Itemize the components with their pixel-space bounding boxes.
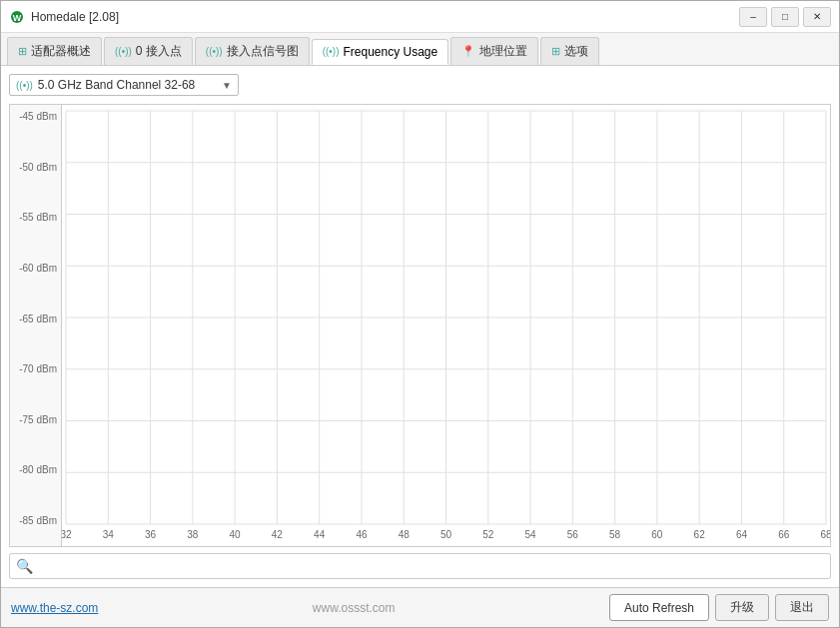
close-button[interactable]: ✕ — [803, 7, 831, 27]
tab-frequency[interactable]: ((•)) Frequency Usage — [312, 39, 449, 65]
tab-access-points[interactable]: ((•)) 0 接入点 — [104, 37, 193, 65]
tab-geo-icon: 📍 — [461, 45, 475, 58]
svg-text:64: 64 — [736, 529, 748, 540]
y-axis: -45 dBm -50 dBm -55 dBm -60 dBm -65 dBm … — [10, 105, 62, 546]
minimize-button[interactable]: – — [739, 7, 767, 27]
svg-text:34: 34 — [103, 529, 115, 540]
y-label-1: -50 dBm — [14, 162, 57, 173]
svg-text:42: 42 — [272, 529, 284, 540]
chart-svg: 32343638404244464850525456586062646668 — [62, 105, 830, 546]
tab-signal[interactable]: ((•)) 接入点信号图 — [195, 37, 310, 65]
svg-text:46: 46 — [356, 529, 368, 540]
y-label-8: -85 dBm — [14, 515, 57, 526]
tab-adapter[interactable]: ⊞ 适配器概述 — [7, 37, 102, 65]
tab-freq-icon: ((•)) — [323, 46, 340, 57]
main-window: W Homedale [2.08] – □ ✕ ⊞ 适配器概述 ((•)) 0 … — [0, 0, 840, 628]
upgrade-button[interactable]: 升级 — [715, 594, 769, 621]
y-label-0: -45 dBm — [14, 111, 57, 122]
y-label-5: -70 dBm — [14, 363, 57, 374]
svg-text:W: W — [13, 13, 22, 23]
search-input[interactable] — [37, 559, 824, 573]
svg-text:60: 60 — [651, 529, 663, 540]
y-label-7: -80 dBm — [14, 464, 57, 475]
y-label-6: -75 dBm — [14, 414, 57, 425]
band-dropdown[interactable]: ((•)) 5.0 GHz Band Channel 32-68 ▼ — [9, 74, 239, 96]
exit-button[interactable]: 退出 — [775, 594, 829, 621]
search-bar: 🔍 — [9, 553, 831, 579]
svg-text:32: 32 — [62, 529, 72, 540]
footer: www.the-sz.com www.ossst.com Auto Refres… — [1, 587, 839, 627]
svg-text:40: 40 — [230, 529, 242, 540]
footer-link[interactable]: www.the-sz.com — [11, 601, 98, 615]
tab-adapter-icon: ⊞ — [18, 45, 27, 58]
tab-signal-label: 接入点信号图 — [227, 43, 299, 60]
dropdown-left: ((•)) 5.0 GHz Band Channel 32-68 — [16, 78, 195, 92]
window-title: Homedale [2.08] — [31, 10, 119, 24]
tab-ap-label: 0 接入点 — [136, 43, 182, 60]
footer-buttons: Auto Refresh 升级 退出 — [609, 594, 829, 621]
svg-text:44: 44 — [314, 529, 326, 540]
tab-ap-icon: ((•)) — [115, 46, 132, 57]
y-label-2: -55 dBm — [14, 212, 57, 223]
title-bar-controls: – □ ✕ — [739, 7, 831, 27]
y-label-3: -60 dBm — [14, 263, 57, 274]
svg-text:52: 52 — [482, 529, 494, 540]
svg-text:50: 50 — [440, 529, 452, 540]
svg-text:68: 68 — [820, 529, 830, 540]
tab-geo-label: 地理位置 — [479, 43, 527, 60]
dropdown-row: ((•)) 5.0 GHz Band Channel 32-68 ▼ — [9, 74, 831, 96]
chevron-down-icon: ▼ — [222, 80, 232, 91]
chart-container: -45 dBm -50 dBm -55 dBm -60 dBm -65 dBm … — [9, 104, 831, 547]
tab-adapter-label: 适配器概述 — [31, 43, 91, 60]
title-bar: W Homedale [2.08] – □ ✕ — [1, 1, 839, 33]
tab-options-label: 选项 — [564, 43, 588, 60]
auto-refresh-button[interactable]: Auto Refresh — [609, 594, 709, 621]
svg-text:36: 36 — [145, 529, 157, 540]
tab-options[interactable]: ⊞ 选项 — [540, 37, 599, 65]
dropdown-wifi-icon: ((•)) — [16, 80, 33, 91]
svg-text:62: 62 — [694, 529, 706, 540]
svg-text:58: 58 — [609, 529, 621, 540]
title-bar-left: W Homedale [2.08] — [9, 9, 119, 25]
dropdown-selected-text: 5.0 GHz Band Channel 32-68 — [38, 78, 195, 92]
search-icon: 🔍 — [16, 558, 33, 574]
maximize-button[interactable]: □ — [771, 7, 799, 27]
chart-area: 32343638404244464850525456586062646668 — [62, 105, 830, 546]
footer-center-text: www.ossst.com — [313, 601, 396, 615]
tab-signal-icon: ((•)) — [206, 46, 223, 57]
main-content: ((•)) 5.0 GHz Band Channel 32-68 ▼ -45 d… — [1, 66, 839, 587]
tab-geolocation[interactable]: 📍 地理位置 — [450, 37, 538, 65]
tab-freq-label: Frequency Usage — [344, 45, 438, 59]
tab-bar: ⊞ 适配器概述 ((•)) 0 接入点 ((•)) 接入点信号图 ((•)) F… — [1, 33, 839, 66]
svg-text:66: 66 — [778, 529, 790, 540]
svg-text:48: 48 — [399, 529, 411, 540]
svg-text:54: 54 — [524, 529, 536, 540]
tab-options-icon: ⊞ — [551, 45, 560, 58]
svg-text:56: 56 — [567, 529, 579, 540]
svg-text:38: 38 — [187, 529, 199, 540]
y-label-4: -65 dBm — [14, 314, 57, 324]
app-icon: W — [9, 9, 25, 25]
